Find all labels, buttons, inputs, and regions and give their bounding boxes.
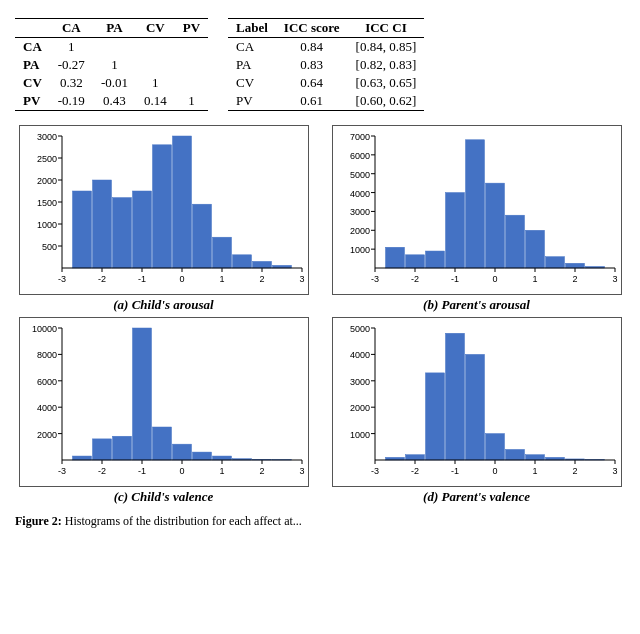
svg-text:4000: 4000 xyxy=(36,403,56,413)
histograms-grid: 50010001500200025003000-3-2-10123(a) Chi… xyxy=(15,125,625,505)
svg-rect-144 xyxy=(445,333,464,460)
svg-rect-68 xyxy=(405,255,424,268)
svg-text:1000: 1000 xyxy=(349,430,369,440)
svg-rect-30 xyxy=(152,145,171,268)
svg-rect-70 xyxy=(445,193,464,268)
svg-text:3: 3 xyxy=(612,274,617,284)
histogram-ca: 50010001500200025003000-3-2-10123(a) Chi… xyxy=(15,125,312,313)
svg-rect-26 xyxy=(72,191,91,268)
histogram-pv: 10002000300040005000-3-2-10123(d) Parent… xyxy=(328,317,625,505)
svg-rect-143 xyxy=(425,373,444,460)
svg-rect-109 xyxy=(172,444,191,460)
svg-text:1: 1 xyxy=(219,274,224,284)
svg-rect-105 xyxy=(92,439,111,460)
svg-rect-29 xyxy=(132,191,151,268)
svg-rect-67 xyxy=(385,247,404,268)
svg-text:500: 500 xyxy=(41,242,56,252)
svg-rect-108 xyxy=(152,427,171,460)
svg-text:3: 3 xyxy=(299,274,304,284)
svg-rect-76 xyxy=(565,263,584,268)
svg-text:0: 0 xyxy=(492,466,497,476)
histogram-label-pa: (b) Parent's arousal xyxy=(423,297,530,313)
svg-text:1: 1 xyxy=(219,466,224,476)
svg-text:2000: 2000 xyxy=(36,176,56,186)
svg-text:6000: 6000 xyxy=(36,377,56,387)
svg-text:10000: 10000 xyxy=(31,324,56,334)
svg-text:2000: 2000 xyxy=(36,430,56,440)
svg-text:-2: -2 xyxy=(97,274,105,284)
svg-text:4000: 4000 xyxy=(349,189,369,199)
svg-text:2: 2 xyxy=(259,274,264,284)
svg-rect-107 xyxy=(132,328,151,460)
svg-text:3: 3 xyxy=(299,466,304,476)
svg-rect-72 xyxy=(485,183,504,268)
svg-text:-3: -3 xyxy=(370,466,378,476)
svg-text:-1: -1 xyxy=(137,466,145,476)
svg-rect-110 xyxy=(192,452,211,460)
svg-text:-3: -3 xyxy=(370,274,378,284)
svg-text:7000: 7000 xyxy=(349,132,369,142)
svg-rect-71 xyxy=(465,140,484,268)
svg-rect-146 xyxy=(485,434,504,460)
svg-text:-2: -2 xyxy=(410,274,418,284)
svg-rect-75 xyxy=(545,257,564,268)
svg-rect-145 xyxy=(465,354,484,460)
svg-text:1: 1 xyxy=(532,274,537,284)
svg-text:3000: 3000 xyxy=(349,207,369,217)
svg-text:2: 2 xyxy=(259,466,264,476)
histogram-label-pv: (d) Parent's valence xyxy=(423,489,530,505)
svg-text:2000: 2000 xyxy=(349,403,369,413)
svg-text:1: 1 xyxy=(532,466,537,476)
svg-rect-148 xyxy=(525,455,544,460)
svg-rect-31 xyxy=(172,136,191,268)
figure-caption: Figure 2: Histograms of the distribution… xyxy=(15,513,625,530)
svg-text:6000: 6000 xyxy=(349,151,369,161)
svg-rect-35 xyxy=(252,261,271,268)
svg-rect-27 xyxy=(92,180,111,268)
svg-rect-34 xyxy=(232,255,251,268)
svg-text:2000: 2000 xyxy=(349,226,369,236)
svg-text:-2: -2 xyxy=(97,466,105,476)
svg-rect-73 xyxy=(505,215,524,268)
icc-table: LabelICC scoreICC CI CA0.84[0.84, 0.85]P… xyxy=(228,18,424,111)
svg-text:-3: -3 xyxy=(57,466,65,476)
svg-text:-2: -2 xyxy=(410,466,418,476)
svg-rect-111 xyxy=(212,456,231,460)
svg-text:5000: 5000 xyxy=(349,324,369,334)
svg-rect-104 xyxy=(72,456,91,460)
svg-rect-147 xyxy=(505,449,524,460)
histogram-cv: 200040006000800010000-3-2-10123(c) Child… xyxy=(15,317,312,505)
svg-text:-3: -3 xyxy=(57,274,65,284)
svg-text:-1: -1 xyxy=(450,274,458,284)
histogram-pa: 1000200030004000500060007000-3-2-10123(b… xyxy=(328,125,625,313)
svg-text:1500: 1500 xyxy=(36,198,56,208)
svg-text:3000: 3000 xyxy=(349,377,369,387)
svg-text:0: 0 xyxy=(179,466,184,476)
svg-text:2: 2 xyxy=(572,274,577,284)
svg-text:1000: 1000 xyxy=(349,245,369,255)
svg-text:5000: 5000 xyxy=(349,170,369,180)
svg-text:2: 2 xyxy=(572,466,577,476)
svg-rect-33 xyxy=(212,237,231,268)
svg-rect-142 xyxy=(405,455,424,460)
svg-text:3: 3 xyxy=(612,466,617,476)
svg-text:3000: 3000 xyxy=(36,132,56,142)
svg-text:0: 0 xyxy=(492,274,497,284)
svg-rect-28 xyxy=(112,198,131,268)
svg-rect-32 xyxy=(192,204,211,268)
svg-rect-106 xyxy=(112,436,131,460)
svg-text:2500: 2500 xyxy=(36,154,56,164)
svg-text:1000: 1000 xyxy=(36,220,56,230)
svg-text:4000: 4000 xyxy=(349,350,369,360)
svg-rect-69 xyxy=(425,251,444,268)
correlation-table: CAPACVPV CA1PA-0.271CV0.32-0.011PV-0.190… xyxy=(15,18,208,111)
svg-text:0: 0 xyxy=(179,274,184,284)
histogram-label-cv: (c) Child's valence xyxy=(114,489,214,505)
histogram-label-ca: (a) Child's arousal xyxy=(113,297,213,313)
svg-text:-1: -1 xyxy=(137,274,145,284)
svg-text:8000: 8000 xyxy=(36,350,56,360)
svg-rect-74 xyxy=(525,230,544,268)
svg-text:-1: -1 xyxy=(450,466,458,476)
